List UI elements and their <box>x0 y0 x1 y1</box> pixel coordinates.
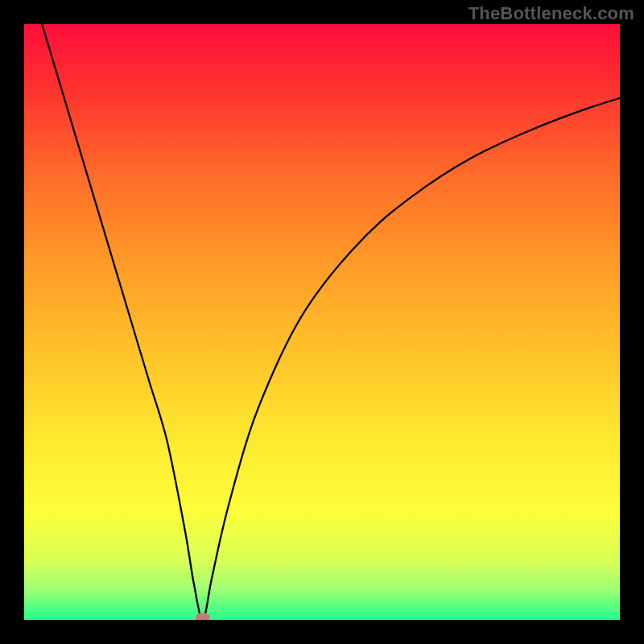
watermark-text: TheBottleneck.com <box>469 3 634 24</box>
gradient-background <box>24 24 620 620</box>
chart-frame: TheBottleneck.com <box>0 0 644 644</box>
plot-area <box>24 24 620 620</box>
plot-svg <box>24 24 620 620</box>
